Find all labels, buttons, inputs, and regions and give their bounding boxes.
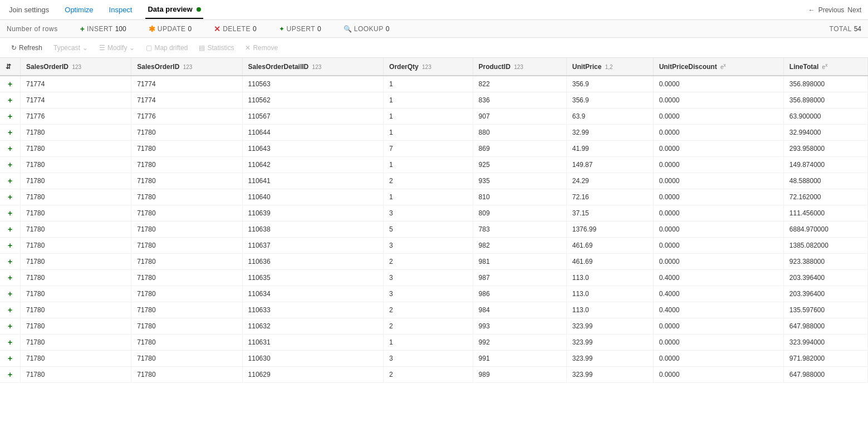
insert-label: INSERT: [87, 25, 113, 33]
col-header-unitprice[interactable]: UnitPrice 1,2: [566, 58, 653, 76]
table-cell: 71780: [21, 157, 131, 173]
insert-row-icon: +: [6, 144, 14, 153]
table-cell: 110638: [242, 222, 384, 238]
col-header-orderqty[interactable]: OrderQty 123: [384, 58, 473, 76]
delete-label: DELETE: [223, 25, 251, 33]
table-cell: 71774: [21, 76, 131, 92]
col-sort[interactable]: ⇵: [0, 58, 21, 76]
table-row: +7178071780110644188032.990.000032.99400…: [0, 125, 868, 141]
table-row: +71780717801106373982461.690.00001385.08…: [0, 238, 868, 254]
table-cell: 63.900000: [783, 109, 867, 125]
insert-row-icon: +: [6, 209, 14, 218]
table-cell: 72.16: [566, 189, 653, 205]
table-cell: 135.597600: [783, 302, 867, 318]
nav-data-preview[interactable]: Data preview: [145, 1, 203, 19]
table-cell: 113.0: [566, 270, 653, 286]
data-table-container: ⇵ SalesOrderID 123 SalesOrderID 123 Sale…: [0, 58, 868, 431]
table-cell: 71780: [131, 367, 242, 383]
table-cell: 822: [473, 76, 566, 92]
table-cell: 71780: [131, 318, 242, 334]
row-action-icon: +: [0, 302, 21, 318]
table-cell: 71780: [131, 189, 242, 205]
table-row: +71780717801106311992323.990.0000323.994…: [0, 334, 868, 351]
stat-delete: ✕ DELETE 0: [214, 24, 256, 33]
table-cell: 71780: [21, 141, 131, 157]
insert-row-icon: +: [6, 112, 14, 121]
table-cell: 3: [384, 351, 473, 367]
typecast-button[interactable]: Typecast ⌄: [49, 42, 92, 54]
insert-row-icon: +: [6, 257, 14, 266]
next-label[interactable]: Next: [847, 6, 861, 14]
table-cell: 356.898000: [783, 92, 867, 109]
map-drifted-icon: ▢: [146, 44, 152, 52]
map-drifted-button[interactable]: ▢ Map drifted: [141, 42, 192, 54]
table-cell: 110630: [242, 351, 384, 367]
table-cell: 880: [473, 125, 566, 141]
table-cell: 986: [473, 286, 566, 302]
table-cell: 323.99: [566, 351, 653, 367]
table-row: +71780717801106421925149.870.0000149.874…: [0, 157, 868, 173]
table-cell: 0.0000: [653, 254, 783, 270]
prev-button[interactable]: ←: [808, 6, 815, 14]
table-cell: 110631: [242, 334, 384, 351]
table-cell: 293.958000: [783, 141, 867, 157]
table-cell: 111.456000: [783, 205, 867, 222]
sort-icon: ⇵: [6, 63, 11, 71]
table-cell: 71780: [21, 302, 131, 318]
insert-row-icon: +: [6, 80, 14, 88]
table-row: +71780717801106292989323.990.0000647.988…: [0, 367, 868, 383]
nav-join-settings[interactable]: Join settings: [7, 1, 51, 18]
table-cell: 113.0: [566, 286, 653, 302]
table-cell: 984: [473, 302, 566, 318]
lookup-label: LOOKUP: [354, 25, 384, 33]
table-cell: 0.0000: [653, 367, 783, 383]
table-cell: 925: [473, 157, 566, 173]
table-cell: 110629: [242, 367, 384, 383]
table-cell: 1: [384, 334, 473, 351]
table-cell: 110636: [242, 254, 384, 270]
col-header-unitpricediscount[interactable]: UnitPriceDiscount ex: [653, 58, 783, 76]
modify-button[interactable]: ☰ Modify ⌄: [95, 42, 139, 54]
table-cell: 32.994000: [783, 125, 867, 141]
table-cell: 810: [473, 189, 566, 205]
table-cell: 0.4000: [653, 286, 783, 302]
statistics-button[interactable]: ▤ Statistics: [194, 42, 238, 54]
prev-label[interactable]: Previous: [818, 6, 845, 14]
insert-row-icon: +: [6, 289, 14, 298]
nav-optimize[interactable]: Optimize: [62, 1, 95, 18]
toolbar: ↻ Refresh Typecast ⌄ ☰ Modify ⌄ ▢ Map dr…: [0, 38, 868, 58]
statistics-icon: ▤: [199, 44, 205, 52]
row-action-icon: +: [0, 205, 21, 222]
table-cell: 41.99: [566, 141, 653, 157]
table-cell: 0.0000: [653, 92, 783, 109]
table-cell: 71776: [21, 109, 131, 125]
row-action-icon: +: [0, 222, 21, 238]
col-header-salesorderid-2[interactable]: SalesOrderID 123: [131, 58, 242, 76]
delete-value: 0: [253, 25, 257, 33]
insert-value: 100: [115, 25, 126, 33]
nav-inspect[interactable]: Inspect: [107, 1, 135, 18]
insert-row-icon: +: [6, 96, 14, 105]
remove-button[interactable]: ✕ Remove: [241, 42, 282, 54]
typecast-label: Typecast: [53, 44, 80, 52]
table-cell: 6884.970000: [783, 222, 867, 238]
col-header-productid[interactable]: ProductID 123: [473, 58, 566, 76]
col-header-linetotal[interactable]: LineTotal ex: [783, 58, 867, 76]
table-cell: 989: [473, 367, 566, 383]
table-row: +71780717801106332984113.00.4000135.5976…: [0, 302, 868, 318]
table-cell: 110640: [242, 189, 384, 205]
table-cell: 809: [473, 205, 566, 222]
row-action-icon: +: [0, 254, 21, 270]
col-header-salesorderid-1[interactable]: SalesOrderID 123: [21, 58, 131, 76]
table-cell: 203.396400: [783, 270, 867, 286]
insert-row-icon: +: [6, 370, 14, 379]
refresh-button[interactable]: ↻ Refresh: [7, 42, 47, 54]
col-header-salesorderdetailid[interactable]: SalesOrderDetailID 123: [242, 58, 384, 76]
table-cell: 783: [473, 222, 566, 238]
table-cell: 1: [384, 157, 473, 173]
table-cell: 2: [384, 367, 473, 383]
table-cell: 71780: [21, 189, 131, 205]
table-cell: 113.0: [566, 302, 653, 318]
table-header-row: ⇵ SalesOrderID 123 SalesOrderID 123 Sale…: [0, 58, 868, 76]
table-cell: 981: [473, 254, 566, 270]
